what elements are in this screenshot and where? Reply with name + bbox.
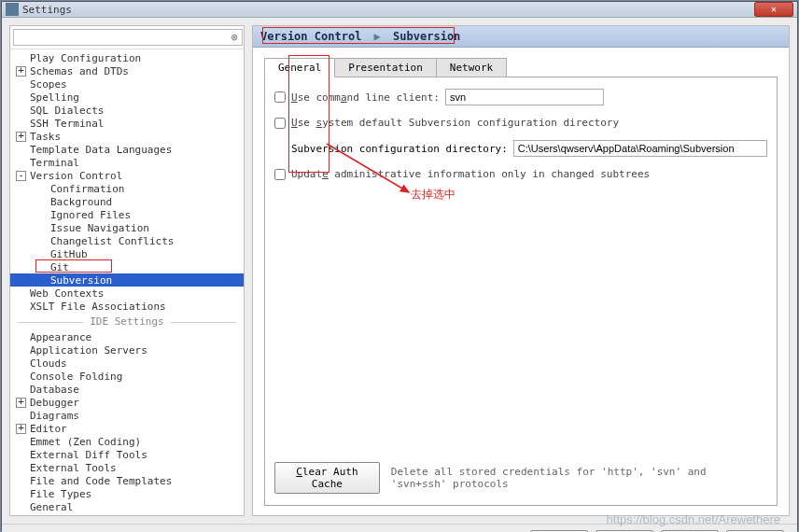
tree-item-label: Debugger bbox=[30, 397, 79, 409]
tree-item-label: GitHub bbox=[50, 248, 88, 260]
tree-item-xslt-file-associations[interactable]: XSLT File Associations bbox=[10, 300, 244, 313]
tree-expander-icon[interactable]: + bbox=[16, 424, 26, 434]
tree-item-label: Editor bbox=[30, 423, 67, 435]
tree-item-label: Emmet (Zen Coding) bbox=[30, 436, 141, 448]
app-icon bbox=[6, 3, 19, 16]
tree-item-file-and-code-templates[interactable]: File and Code Templates bbox=[10, 474, 244, 487]
use-cli-label: Use command line client: bbox=[291, 91, 440, 104]
settings-tree[interactable]: Play Configuration+Schemas and DTDsScope… bbox=[10, 49, 244, 515]
window-title: Settings bbox=[22, 4, 754, 16]
tree-item-label: Terminal bbox=[30, 157, 79, 169]
tree-item-label: File Types bbox=[30, 488, 91, 500]
tree-item-database[interactable]: Database bbox=[10, 383, 244, 396]
tree-item-label: SSH Terminal bbox=[30, 118, 104, 130]
breadcrumb: Version Control ▶ Subversion bbox=[253, 26, 789, 48]
tree-item-scopes[interactable]: Scopes bbox=[10, 77, 244, 91]
tree-item-sql-dialects[interactable]: SQL Dialects bbox=[10, 104, 244, 117]
tree-item-web-contexts[interactable]: Web Contexts bbox=[10, 287, 244, 300]
tree-expander-icon[interactable]: + bbox=[16, 66, 26, 77]
footer-bar: OK Cancel Apply Help bbox=[2, 524, 797, 532]
search-clear-icon[interactable]: ⊗ bbox=[228, 29, 241, 46]
use-default-dir-checkbox[interactable] bbox=[274, 118, 286, 129]
tab-general[interactable]: General bbox=[264, 58, 335, 77]
tree-item-file-types[interactable]: File Types bbox=[10, 487, 244, 500]
right-panel: Version Control ▶ Subversion GeneralPres… bbox=[252, 25, 790, 516]
tree-item-label: Console Folding bbox=[30, 371, 122, 383]
tree-item-label: External Tools bbox=[30, 462, 117, 474]
tree-item-confirmation[interactable]: Confirmation bbox=[10, 182, 244, 195]
tree-item-label: File and Code Templates bbox=[30, 475, 172, 487]
tree-item-console-folding[interactable]: Console Folding bbox=[10, 370, 244, 383]
tree-item-label: Play Configuration bbox=[30, 52, 141, 64]
tree-item-label: Subversion bbox=[50, 274, 112, 287]
config-dir-label: Subversion configuration directory: bbox=[291, 143, 508, 155]
tree-expander-icon[interactable]: + bbox=[16, 398, 26, 408]
titlebar: Settings ✕ bbox=[2, 2, 797, 18]
tree-item-external-tools[interactable]: External Tools bbox=[10, 461, 244, 474]
tree-expander-icon[interactable]: + bbox=[16, 132, 26, 142]
tree-item-label: XSLT File Associations bbox=[30, 301, 166, 313]
tab-general-content: Use command line client: Use system defa… bbox=[264, 77, 778, 506]
tree-item-play-configuration[interactable]: Play Configuration bbox=[10, 51, 244, 64]
tree-item-label: Changelist Conflicts bbox=[50, 235, 174, 247]
tree-item-label: Spelling bbox=[30, 91, 79, 104]
use-cli-checkbox[interactable] bbox=[274, 91, 286, 103]
tree-item-label: Scopes bbox=[30, 78, 67, 91]
cli-path-input[interactable] bbox=[445, 89, 604, 105]
tree-item-git[interactable]: Git bbox=[10, 260, 244, 273]
search-input[interactable] bbox=[13, 29, 243, 46]
tree-item-schemas-and-dtds[interactable]: +Schemas and DTDs bbox=[10, 64, 244, 77]
left-panel: ⊗ Play Configuration+Schemas and DTDsSco… bbox=[9, 25, 245, 516]
tree-item-background[interactable]: Background bbox=[10, 195, 244, 208]
tree-item-ignored-files[interactable]: Ignored Files bbox=[10, 208, 244, 221]
tree-item-changelist-conflicts[interactable]: Changelist Conflicts bbox=[10, 234, 244, 247]
tree-item-label: Background bbox=[50, 196, 112, 208]
ide-settings-divider: IDE Settings bbox=[10, 313, 244, 330]
tab-network[interactable]: Network bbox=[436, 58, 507, 77]
tree-item-debugger[interactable]: +Debugger bbox=[10, 396, 244, 409]
tree-item-ssh-terminal[interactable]: SSH Terminal bbox=[10, 117, 244, 130]
tree-item-label: Git bbox=[50, 261, 69, 273]
tree-item-appearance[interactable]: Appearance bbox=[10, 330, 244, 343]
breadcrumb-a[interactable]: Version Control bbox=[260, 30, 361, 43]
window-close-button[interactable]: ✕ bbox=[754, 2, 793, 17]
tree-item-general[interactable]: General bbox=[10, 500, 244, 513]
tree-item-label: Ignored Files bbox=[50, 209, 131, 221]
tree-item-subversion[interactable]: Subversion bbox=[10, 273, 244, 287]
tabs-bar: GeneralPresentationNetwork bbox=[264, 57, 778, 77]
update-admin-checkbox[interactable] bbox=[274, 169, 286, 180]
tree-item-external-diff-tools[interactable]: External Diff Tools bbox=[10, 448, 244, 461]
tree-item-terminal[interactable]: Terminal bbox=[10, 156, 244, 169]
use-default-dir-label: Use system default Subversion configurat… bbox=[291, 117, 619, 129]
tree-item-label: Issue Navigation bbox=[50, 222, 149, 234]
tree-item-label: External Diff Tools bbox=[30, 449, 147, 461]
tree-item-spelling[interactable]: Spelling bbox=[10, 91, 244, 104]
tree-item-label: Confirmation bbox=[50, 183, 124, 195]
tree-item-label: Clouds bbox=[30, 357, 67, 370]
breadcrumb-sep-icon: ▶ bbox=[374, 30, 381, 43]
tree-item-tasks[interactable]: +Tasks bbox=[10, 130, 244, 143]
tree-item-editor[interactable]: +Editor bbox=[10, 422, 244, 435]
tree-item-github[interactable]: GitHub bbox=[10, 247, 244, 260]
tree-item-version-control[interactable]: -Version Control bbox=[10, 169, 244, 182]
tree-item-emmet-zen-coding-[interactable]: Emmet (Zen Coding) bbox=[10, 435, 244, 448]
settings-window: Settings ✕ ⊗ Play Configuration+Schemas … bbox=[1, 1, 798, 531]
tree-item-diagrams[interactable]: Diagrams bbox=[10, 409, 244, 422]
tree-item-template-data-languages[interactable]: Template Data Languages bbox=[10, 143, 244, 156]
tree-item-label: Web Contexts bbox=[30, 287, 104, 300]
tree-expander-icon[interactable]: - bbox=[16, 171, 26, 181]
tree-item-clouds[interactable]: Clouds bbox=[10, 357, 244, 370]
tree-item-label: Version Control bbox=[30, 170, 122, 182]
tree-item-label: General bbox=[30, 501, 73, 513]
tree-item-issue-navigation[interactable]: Issue Navigation bbox=[10, 221, 244, 234]
update-admin-label: Update administrative information only i… bbox=[291, 168, 650, 180]
clear-auth-hint: Delete all stored credentials for 'http'… bbox=[391, 466, 767, 490]
tab-presentation[interactable]: Presentation bbox=[334, 58, 436, 77]
tree-item-application-servers[interactable]: Application Servers bbox=[10, 343, 244, 357]
tree-item-label: Database bbox=[30, 384, 79, 396]
tree-item-label: Tasks bbox=[30, 131, 61, 143]
content-area: ⊗ Play Configuration+Schemas and DTDsSco… bbox=[2, 18, 797, 524]
tree-item-label: Schemas and DTDs bbox=[30, 65, 129, 77]
config-dir-input[interactable] bbox=[513, 140, 767, 157]
clear-auth-cache-button[interactable]: Clear Auth Cache bbox=[274, 462, 380, 494]
